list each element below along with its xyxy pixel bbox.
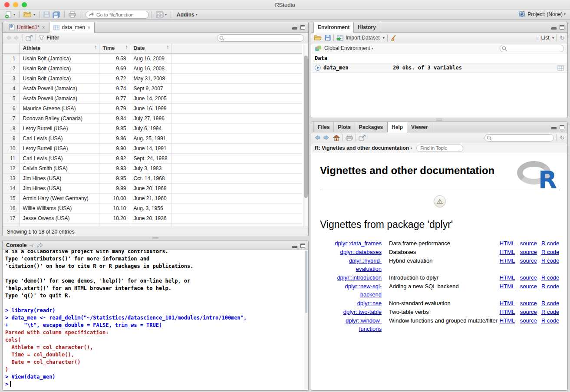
- vignette-topic-link[interactable]: dplyr::data_frames: [335, 240, 382, 247]
- help-search-input[interactable]: [484, 134, 554, 142]
- data-grid-scrollbar[interactable]: [303, 44, 308, 227]
- close-icon[interactable]: ×: [42, 25, 45, 30]
- pane-maximize-button[interactable]: [560, 25, 564, 30]
- vignette-html-link[interactable]: HTML: [500, 300, 515, 306]
- vignette-topic-link[interactable]: dplyr::two-table: [343, 309, 382, 315]
- table-row[interactable]: 9 Carl Lewis (USA) 9.86 Aug. 25, 1991: [3, 133, 302, 143]
- open-workspace-icon[interactable]: [314, 35, 322, 41]
- table-row[interactable]: 8 Leroy Burrell (USA) 9.85 July 6, 1994: [3, 123, 302, 133]
- sort-icon[interactable]: ▲▼: [125, 45, 128, 49]
- vignette-topic-link[interactable]: dplyr::window-functions: [346, 317, 382, 332]
- vignette-source-link[interactable]: source: [520, 309, 537, 315]
- pane-maximize-button[interactable]: [560, 125, 564, 129]
- horizontal-splitter-handle[interactable]: [436, 119, 442, 121]
- vignette-html-link[interactable]: HTML: [500, 249, 515, 255]
- vignette-html-link[interactable]: HTML: [500, 317, 515, 324]
- vignette-html-link[interactable]: HTML: [500, 274, 515, 281]
- environment-object-row[interactable]: data_men 20 obs. of 3 variables: [311, 63, 567, 72]
- new-file-button[interactable]: ▾: [3, 10, 16, 19]
- table-row[interactable]: 14 Jim Hines (USA) 9.99 June 20, 1968: [3, 183, 302, 193]
- vignette-topic-link[interactable]: dplyr::databases: [340, 249, 382, 255]
- table-row[interactable]: 13 Jim Hines (USA) 9.95 Oct. 14, 1968: [3, 173, 302, 183]
- refresh-icon[interactable]: ↻: [560, 134, 565, 141]
- vignette-rcode-link[interactable]: R code: [541, 257, 559, 264]
- home-icon[interactable]: [333, 135, 340, 141]
- save-workspace-icon[interactable]: [325, 35, 331, 41]
- open-in-window-icon[interactable]: [37, 243, 43, 248]
- top-link-icon[interactable]: [434, 195, 446, 208]
- tab-plots[interactable]: Plots: [334, 122, 355, 132]
- tab-history[interactable]: History: [354, 22, 380, 32]
- sort-icon[interactable]: ▲▼: [167, 45, 169, 49]
- table-row[interactable]: 1 Usain Bolt (Jamaica) 9.58 Aug 16, 2009: [3, 53, 302, 63]
- tab-data-men[interactable]: data_men ×: [49, 22, 95, 33]
- column-header-date[interactable]: Date ▲▼: [130, 43, 171, 53]
- table-row[interactable]: 15 Armin Hary (West Germany) 10.00 June …: [3, 193, 302, 203]
- filter-button[interactable]: Filter: [46, 35, 59, 41]
- clear-broom-icon[interactable]: [390, 35, 397, 41]
- data-search-input[interactable]: [217, 34, 304, 42]
- view-table-icon[interactable]: [557, 65, 564, 71]
- column-header-time[interactable]: Time ▲▼: [99, 43, 130, 53]
- vignette-topic-link[interactable]: dplyr::hybrid-evaluation: [349, 257, 382, 272]
- vignette-html-link[interactable]: HTML: [500, 283, 515, 290]
- vignette-rcode-link[interactable]: R code: [541, 274, 559, 281]
- list-view-button[interactable]: List: [541, 35, 550, 41]
- horizontal-splitter-handle[interactable]: [152, 237, 158, 239]
- help-topic-selector[interactable]: R: Vignettes and other documentation: [315, 145, 409, 151]
- table-row[interactable]: 12 Calvin Smith (USA) 9.93 July 3, 1983: [3, 163, 302, 173]
- table-row[interactable]: 4 Asafa Powell (Jamaica) 9.74 Sept 9, 20…: [3, 83, 302, 93]
- global-environment-selector[interactable]: Global Environment: [324, 45, 370, 51]
- back-icon[interactable]: [314, 135, 321, 141]
- vignette-html-link[interactable]: HTML: [500, 309, 515, 315]
- popout-icon[interactable]: [359, 135, 366, 141]
- console-output[interactable]: R is a collaborative project with many c…: [3, 250, 308, 390]
- save-button[interactable]: [42, 10, 51, 19]
- addins-menu-button[interactable]: Addins ▾: [175, 11, 199, 19]
- refresh-icon[interactable]: ↻: [560, 34, 565, 41]
- popout-icon[interactable]: [26, 35, 33, 41]
- pane-maximize-button[interactable]: [300, 244, 305, 248]
- import-dataset-button[interactable]: Import Dataset ▾: [336, 35, 385, 41]
- tab-viewer[interactable]: Viewer: [407, 122, 432, 132]
- vignette-topic-link[interactable]: dplyr::nse: [357, 300, 382, 306]
- table-row[interactable]: 17 Jesse Owens (USA) 10.20 June 20, 1936: [3, 213, 302, 223]
- table-row[interactable]: 16 Willie Williams (USA) 10.10 Aug. 3, 1…: [3, 203, 302, 213]
- print-button[interactable]: [67, 10, 77, 19]
- environment-search-input[interactable]: [500, 45, 564, 52]
- vignette-rcode-link[interactable]: R code: [541, 317, 559, 324]
- forward-icon[interactable]: [323, 135, 330, 141]
- table-row[interactable]: [3, 223, 302, 227]
- sort-icon[interactable]: ▲▼: [95, 45, 97, 49]
- scrollbar-thumb[interactable]: [305, 250, 307, 313]
- vignette-source-link[interactable]: source: [520, 317, 537, 324]
- vignette-topic-link[interactable]: dplyr::new-sql-backend: [345, 283, 382, 298]
- vignette-rcode-link[interactable]: R code: [541, 300, 559, 306]
- column-header-athlete[interactable]: Athlete ▲▼: [19, 43, 99, 53]
- scrollbar-thumb[interactable]: [304, 56, 308, 198]
- expand-object-icon[interactable]: [315, 65, 321, 71]
- table-row[interactable]: 11 Carl Lewis (USA) 9.92 Sept. 24, 1988: [3, 153, 302, 163]
- print-icon[interactable]: [346, 135, 353, 141]
- close-icon[interactable]: ×: [88, 25, 90, 30]
- pane-minimize-button[interactable]: [551, 127, 557, 129]
- vignette-rcode-link[interactable]: R code: [541, 309, 559, 315]
- vignette-source-link[interactable]: source: [520, 257, 537, 264]
- console-scrollbar[interactable]: [304, 250, 308, 389]
- save-all-button[interactable]: [51, 10, 62, 19]
- vignette-source-link[interactable]: source: [520, 283, 537, 290]
- open-file-button[interactable]: ▾: [22, 10, 36, 19]
- table-row[interactable]: 7 Donovan Bailey (Canada) 9.84 July 27, …: [3, 113, 302, 123]
- vignette-rcode-link[interactable]: R code: [541, 249, 559, 255]
- vignette-source-link[interactable]: source: [520, 249, 537, 255]
- table-row[interactable]: 5 Asafa Powell (Jamaica) 9.77 June 14, 2…: [3, 93, 302, 103]
- table-row[interactable]: 10 Leroy Burrell (USA) 9.90 June 14, 199…: [3, 143, 302, 153]
- vignette-rcode-link[interactable]: R code: [541, 283, 559, 290]
- environment-search-box[interactable]: [500, 45, 564, 52]
- project-selector[interactable]: R Project: (None) ▾: [519, 11, 566, 17]
- back-icon[interactable]: [5, 35, 12, 41]
- table-row[interactable]: 6 Maurice Greene (USA) 9.79 June 16, 199…: [3, 103, 302, 113]
- tab-packages[interactable]: Packages: [355, 122, 387, 132]
- vignette-html-link[interactable]: HTML: [500, 240, 515, 247]
- vignette-source-link[interactable]: source: [520, 274, 537, 281]
